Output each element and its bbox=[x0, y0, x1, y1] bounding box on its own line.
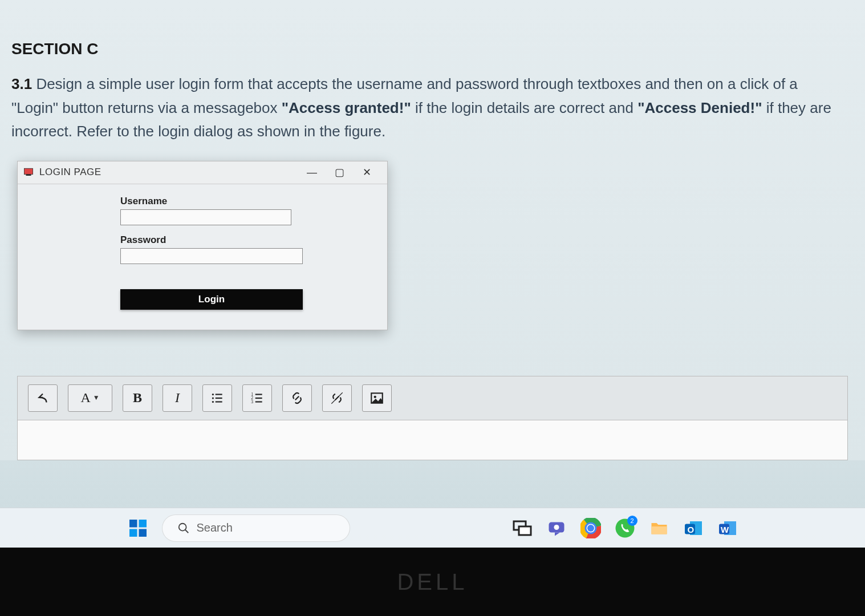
number-list-icon: 123 bbox=[250, 391, 265, 406]
maximize-icon[interactable]: ▢ bbox=[334, 167, 345, 178]
svg-rect-24 bbox=[519, 526, 531, 535]
chat-icon bbox=[546, 518, 567, 538]
svg-text:O: O bbox=[687, 524, 694, 534]
taskbar-search[interactable]: Search bbox=[162, 514, 350, 542]
question-number: 3.1 bbox=[11, 75, 32, 92]
folder-icon bbox=[649, 518, 669, 538]
svg-rect-19 bbox=[129, 529, 137, 537]
svg-point-6 bbox=[212, 401, 214, 403]
question-emph1: "Access granted!" bbox=[282, 99, 411, 116]
dell-logo: DELL bbox=[397, 569, 468, 595]
number-list-button[interactable]: 123 bbox=[242, 384, 272, 412]
chrome-icon bbox=[580, 518, 601, 538]
login-button[interactable]: Login bbox=[120, 289, 303, 310]
taskbar-app-chat[interactable] bbox=[545, 517, 568, 540]
taskview-icon bbox=[512, 518, 533, 538]
app-icon bbox=[22, 166, 35, 179]
undo-icon bbox=[35, 391, 50, 406]
bold-button[interactable]: B bbox=[123, 384, 152, 412]
laptop-bezel: DELL bbox=[0, 548, 865, 616]
login-dialog: LOGIN PAGE — ▢ ✕ Username Password Login bbox=[17, 161, 388, 330]
bullet-list-icon bbox=[210, 391, 225, 406]
svg-point-32 bbox=[587, 525, 594, 532]
link-button[interactable] bbox=[282, 384, 312, 412]
editor-toolbar: A ▼ B I 123 bbox=[17, 376, 848, 420]
close-icon[interactable]: ✕ bbox=[361, 167, 372, 178]
section-title: SECTION C bbox=[11, 40, 854, 58]
outlook-icon: O bbox=[683, 518, 704, 538]
login-titlebar: LOGIN PAGE — ▢ ✕ bbox=[18, 161, 387, 184]
search-placeholder: Search bbox=[197, 521, 233, 534]
svg-rect-34 bbox=[651, 526, 667, 534]
taskbar-app-chrome[interactable] bbox=[579, 517, 602, 540]
taskbar: Search 2 O W bbox=[0, 508, 865, 548]
password-label: Password bbox=[120, 234, 285, 246]
windows-icon bbox=[128, 518, 148, 538]
dropdown-caret-icon: ▼ bbox=[93, 394, 100, 402]
unlink-icon bbox=[330, 391, 344, 406]
svg-text:3: 3 bbox=[251, 399, 253, 404]
taskbar-app-outlook[interactable]: O bbox=[682, 517, 705, 540]
image-icon bbox=[369, 391, 384, 406]
search-icon bbox=[177, 522, 190, 534]
svg-point-21 bbox=[178, 523, 186, 530]
svg-line-22 bbox=[185, 529, 188, 533]
taskbar-app-word[interactable]: W bbox=[716, 517, 739, 540]
taskbar-app-explorer[interactable] bbox=[648, 517, 671, 540]
start-button[interactable] bbox=[127, 517, 149, 540]
taskbar-app-phone[interactable]: 2 bbox=[614, 517, 636, 540]
login-window-title: LOGIN PAGE bbox=[39, 167, 306, 178]
word-icon: W bbox=[717, 518, 738, 538]
undo-button[interactable] bbox=[28, 384, 58, 412]
window-controls: — ▢ ✕ bbox=[306, 167, 383, 178]
bullet-list-button[interactable] bbox=[202, 384, 232, 412]
svg-rect-1 bbox=[26, 175, 31, 176]
password-input[interactable] bbox=[120, 248, 303, 264]
image-button[interactable] bbox=[362, 384, 392, 412]
svg-point-26 bbox=[554, 525, 559, 530]
link-icon bbox=[290, 391, 304, 406]
svg-rect-20 bbox=[139, 529, 147, 537]
svg-point-16 bbox=[374, 395, 376, 398]
username-label: Username bbox=[120, 196, 285, 207]
font-color-letter: A bbox=[80, 390, 90, 406]
question-part2: if the login details are correct and bbox=[411, 99, 637, 116]
question-emph2: "Access Denied!" bbox=[637, 99, 762, 116]
notification-badge: 2 bbox=[627, 516, 637, 526]
svg-rect-17 bbox=[129, 520, 137, 528]
editor-textarea[interactable] bbox=[17, 420, 848, 460]
italic-button[interactable]: I bbox=[163, 384, 192, 412]
svg-point-2 bbox=[212, 394, 214, 395]
font-color-button[interactable]: A ▼ bbox=[68, 384, 112, 412]
unlink-button[interactable] bbox=[322, 384, 352, 412]
minimize-icon[interactable]: — bbox=[306, 167, 318, 178]
svg-rect-18 bbox=[139, 520, 147, 528]
svg-point-4 bbox=[212, 397, 214, 399]
svg-text:W: W bbox=[721, 524, 729, 534]
username-input[interactable] bbox=[120, 209, 291, 225]
svg-rect-0 bbox=[25, 169, 33, 175]
question-text: 3.1 Design a simple user login form that… bbox=[11, 72, 838, 144]
taskbar-app-taskview[interactable] bbox=[511, 517, 534, 540]
